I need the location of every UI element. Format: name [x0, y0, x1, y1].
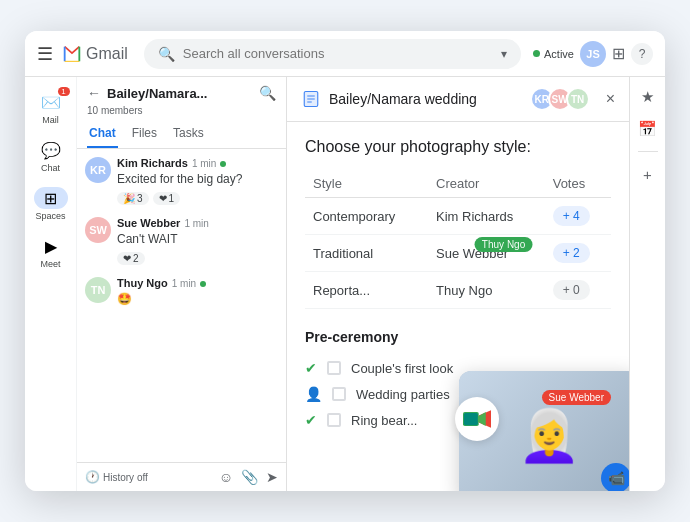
poll-title: Choose your photography style: — [305, 138, 611, 156]
video-person-face: 👩‍🦳 — [518, 407, 580, 465]
checklist-label: Couple's first look — [351, 361, 453, 376]
star-icon[interactable]: ★ — [634, 83, 662, 111]
tooltip-badge: Sue Webber — [542, 390, 611, 405]
reaction-chip[interactable]: ❤ 2 — [117, 252, 145, 265]
message-header: Thuy Ngo 1 min — [117, 277, 278, 289]
checkbox[interactable] — [327, 361, 341, 375]
message-text: Excited for the big day? — [117, 171, 278, 188]
checklist-label: Wedding parties — [356, 387, 450, 402]
tab-tasks[interactable]: Tasks — [171, 120, 206, 148]
sender-name: Thuy Ngo — [117, 277, 168, 289]
chat-input-icons: ☺ 📎 ➤ — [219, 469, 278, 485]
close-button[interactable]: × — [606, 90, 615, 108]
vote-button[interactable]: + 2 — [553, 243, 590, 263]
chat-input-bar: 🕐 History off ☺ 📎 ➤ — [77, 462, 286, 491]
chat-label: Chat — [41, 163, 60, 173]
help-icon[interactable]: ? — [631, 43, 653, 65]
chat-tabs: Chat Files Tasks — [77, 120, 286, 149]
vote-button[interactable]: + 0 — [553, 280, 590, 300]
avatar: TN — [566, 87, 590, 111]
meet-logo[interactable] — [455, 397, 499, 441]
main-layout: ✉️ 1 Mail 💬 Chat ⊞ Spaces ▶ — [25, 77, 665, 491]
svg-marker-9 — [478, 412, 486, 426]
sidebar-item-spaces[interactable]: ⊞ Spaces — [25, 181, 76, 227]
message-time: 1 min — [172, 278, 196, 289]
chat-icon: 💬 — [41, 141, 61, 160]
add-icon[interactable]: + — [634, 160, 662, 188]
grid-icon[interactable]: ⊞ — [612, 44, 625, 63]
sidebar-item-chat[interactable]: 💬 Chat — [25, 133, 76, 179]
uncheck-icon: 👤 — [305, 386, 322, 402]
search-input[interactable] — [183, 46, 501, 61]
right-panel: Bailey/Namara wedding KR SW TN × Choose … — [287, 77, 629, 491]
check-icon: ✔ — [305, 360, 317, 376]
table-row: Reporta... Thuy Ngo + 0 — [305, 272, 611, 309]
reaction-chip[interactable]: ❤ 1 — [153, 192, 181, 205]
meet-label: Meet — [40, 259, 60, 269]
search-dropdown-icon[interactable]: ▾ — [501, 47, 507, 61]
extras-sidebar: ★ 📅 + — [629, 77, 665, 491]
chat-search-icon[interactable]: 🔍 — [259, 85, 276, 101]
message-reactions: 🎉 3 ❤ 1 — [117, 192, 278, 205]
votes-cell: + 2 — [545, 235, 611, 272]
style-cell: Reporta... — [305, 272, 428, 309]
mail-badge: 1 — [58, 87, 70, 96]
doc-icon — [301, 89, 321, 109]
style-cell: Traditional — [305, 235, 428, 272]
send-icon[interactable]: ➤ — [266, 469, 278, 485]
document-avatars: KR SW TN — [536, 87, 590, 111]
sender-name: Sue Webber — [117, 217, 180, 229]
checkbox[interactable] — [327, 413, 341, 427]
tooltip-badge: Thuy Ngo — [475, 237, 532, 252]
topbar-avatar[interactable]: JS — [580, 41, 606, 67]
creator-cell: Sue Webber Thuy Ngo — [428, 235, 545, 272]
svg-rect-8 — [464, 413, 478, 425]
topbar: ☰ Gmail 🔍 ▾ Active JS ⊞ ? — [25, 31, 665, 77]
avatar: KR — [85, 157, 111, 183]
search-bar[interactable]: 🔍 ▾ — [144, 39, 521, 69]
attach-icon[interactable]: 📎 — [241, 469, 258, 485]
group-name: Bailey/Namara... — [107, 86, 253, 101]
gmail-text: Gmail — [86, 45, 128, 63]
sidebar-icons: ✉️ 1 Mail 💬 Chat ⊞ Spaces ▶ — [25, 77, 77, 491]
search-icon: 🔍 — [158, 46, 175, 62]
style-cell: Contemporary — [305, 198, 428, 235]
message-time: 1 min — [192, 158, 216, 169]
back-button[interactable]: ← — [87, 85, 101, 101]
tab-files[interactable]: Files — [130, 120, 159, 148]
meet-call-button[interactable]: 📹 — [601, 463, 629, 491]
tab-chat[interactable]: Chat — [87, 120, 118, 148]
calendar-icon[interactable]: 📅 — [634, 115, 662, 143]
hamburger-icon[interactable]: ☰ — [37, 43, 53, 65]
sender-name: Kim Richards — [117, 157, 188, 169]
votes-cell: + 0 — [545, 272, 611, 309]
check-icon: ✔ — [305, 412, 317, 428]
chat-messages: KR Kim Richards 1 min Excited for the bi… — [77, 149, 286, 462]
message-item: SW Sue Webber 1 min Can't WAIT ❤ 2 — [85, 217, 278, 265]
divider — [638, 151, 658, 152]
reaction-chip[interactable]: 🎉 3 — [117, 192, 149, 205]
online-dot — [220, 161, 226, 167]
checkbox[interactable] — [332, 387, 346, 401]
sidebar-item-mail[interactable]: ✉️ 1 Mail — [25, 85, 76, 131]
right-panel-header: Bailey/Namara wedding KR SW TN × — [287, 77, 629, 122]
table-row: Traditional Sue Webber Thuy Ngo + 2 — [305, 235, 611, 272]
message-item: TN Thuy Ngo 1 min 🤩 — [85, 277, 278, 308]
spaces-label: Spaces — [35, 211, 65, 221]
active-label: Active — [544, 48, 574, 60]
emoji-icon[interactable]: ☺ — [219, 469, 233, 485]
gmail-m-icon — [61, 43, 83, 65]
spaces-icon: ⊞ — [44, 189, 57, 208]
chat-members: 10 members — [77, 105, 286, 120]
col-creator: Creator — [428, 170, 545, 198]
message-time: 1 min — [184, 218, 208, 229]
sidebar-item-meet[interactable]: ▶ Meet — [25, 229, 76, 275]
avatar: TN — [85, 277, 111, 303]
vote-button[interactable]: + 4 — [553, 206, 590, 226]
checklist-label: Ring bear... — [351, 413, 418, 428]
chat-panel: ← Bailey/Namara... 🔍 10 members Chat Fil… — [77, 77, 287, 491]
history-off-button[interactable]: 🕐 History off — [85, 470, 148, 484]
votes-cell: + 4 — [545, 198, 611, 235]
table-row: Contemporary Kim Richards + 4 — [305, 198, 611, 235]
message-text: Can't WAIT — [117, 231, 278, 248]
